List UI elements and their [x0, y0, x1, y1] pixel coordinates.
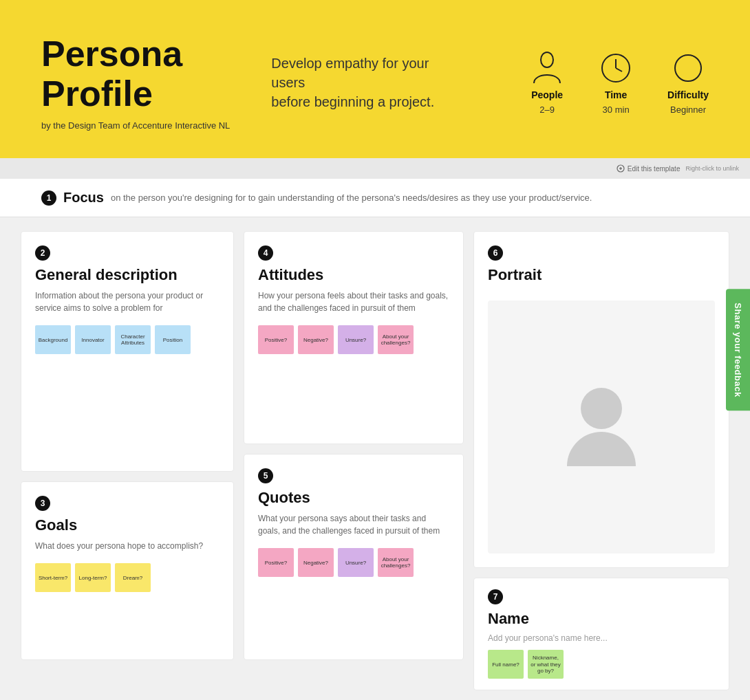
- left-column: 2 General description Information about …: [21, 231, 234, 690]
- goals-title: Goals: [35, 516, 219, 534]
- quotes-card: 5 Quotes What your persona says about th…: [244, 454, 464, 660]
- main-content: 2 General description Information about …: [0, 217, 750, 700]
- sticky-fullname[interactable]: Full name?: [488, 650, 524, 679]
- sticky-unsure-att[interactable]: Unsure?: [338, 325, 374, 354]
- right-column: 6 Portrait 7 Name Add your persona's nam…: [473, 231, 729, 690]
- section-number-2: 2: [35, 245, 50, 261]
- name-card: 7 Name Add your persona's name here... F…: [473, 578, 729, 690]
- sticky-negative-att[interactable]: Negative?: [298, 325, 334, 354]
- attitudes-card: 4 Attitudes How your persona feels about…: [244, 231, 464, 444]
- section-number-4: 4: [258, 245, 273, 261]
- sticky-innovator[interactable]: Innovator: [75, 325, 111, 354]
- sticky-negative-quo[interactable]: Negative?: [298, 548, 334, 577]
- section-number-7: 7: [488, 589, 503, 604]
- stat-people: People 2–9: [530, 51, 564, 115]
- feedback-button[interactable]: Share your feedback: [726, 289, 750, 411]
- sticky-positive-att[interactable]: Positive?: [258, 325, 294, 354]
- sticky-character[interactable]: Character Attributes: [115, 325, 151, 354]
- general-description-card: 2 General description Information about …: [21, 231, 234, 472]
- quotes-title: Quotes: [258, 489, 449, 507]
- attitudes-title: Attitudes: [258, 266, 449, 284]
- page-title: Persona Profile: [41, 34, 230, 113]
- quotes-desc: What your persona says about their tasks…: [258, 512, 449, 537]
- svg-point-0: [541, 52, 553, 67]
- avatar-head: [581, 388, 622, 429]
- edit-sub: Right-click to unlink: [685, 165, 739, 172]
- stat-time: Time 30 min: [599, 51, 633, 115]
- portrait-card: 6 Portrait: [473, 231, 729, 568]
- attitudes-stickies: Positive? Negative? Unsure? About your c…: [258, 325, 449, 354]
- svg-point-4: [675, 55, 701, 81]
- quotes-stickies: Positive? Negative? Unsure? About your c…: [258, 548, 449, 577]
- sticky-challenges-att[interactable]: About your challenges?: [378, 325, 414, 354]
- attitudes-desc: How your persona feels about their tasks…: [258, 289, 449, 314]
- edit-label: Edit this template: [628, 165, 681, 173]
- name-placeholder: Add your persona's name here...: [488, 633, 715, 643]
- header-subtitle: by the Design Team of Accenture Interact…: [41, 120, 230, 131]
- header-description: Develop empathy for your users before be…: [271, 54, 450, 111]
- sticky-unsure-quo[interactable]: Unsure?: [338, 548, 374, 577]
- section-number-6: 6: [488, 245, 503, 261]
- header-stats: People 2–9 Time 30 min Difficulty: [530, 51, 709, 115]
- section-number-5: 5: [258, 468, 273, 483]
- sticky-nickname[interactable]: Nickname, or what they go by?: [528, 650, 564, 679]
- people-icon: [530, 51, 564, 85]
- sticky-position[interactable]: Position: [155, 325, 191, 354]
- general-title: General description: [35, 266, 219, 284]
- portrait-area: [488, 300, 715, 554]
- portrait-title: Portrait: [488, 266, 715, 284]
- focus-title: Focus: [63, 190, 104, 206]
- focus-number: 1: [41, 190, 56, 206]
- top-bar: Edit this template Right-click to unlink: [0, 158, 750, 179]
- goals-card: 3 Goals What does your persona hope to a…: [21, 481, 234, 660]
- name-title: Name: [488, 610, 715, 628]
- middle-column: 4 Attitudes How your persona feels about…: [244, 231, 464, 690]
- difficulty-icon: [671, 51, 705, 85]
- name-stickies: Full name? Nickname, or what they go by?: [488, 650, 715, 679]
- header-left: Persona Profile by the Design Team of Ac…: [41, 34, 230, 130]
- stat-difficulty: Difficulty Beginner: [667, 51, 709, 115]
- edit-template-link[interactable]: Edit this template Right-click to unlink: [617, 164, 739, 173]
- sticky-shortterm[interactable]: Short-term?: [35, 563, 71, 592]
- svg-line-3: [616, 68, 622, 72]
- avatar-placeholder: [567, 388, 636, 466]
- focus-section: 1 Focus on the person you're designing f…: [0, 179, 750, 217]
- section-number-3: 3: [35, 496, 50, 511]
- avatar-body: [567, 432, 636, 466]
- goals-desc: What does your persona hope to accomplis…: [35, 540, 219, 552]
- sticky-challenges-quo[interactable]: About your challenges?: [378, 548, 414, 577]
- focus-description: on the person you're designing for to ga…: [111, 193, 592, 203]
- general-stickies: Background Innovator Character Attribute…: [35, 325, 219, 354]
- goals-stickies: Short-term? Long-term? Dream?: [35, 563, 219, 592]
- sticky-dream[interactable]: Dream?: [115, 563, 151, 592]
- header: Persona Profile by the Design Team of Ac…: [0, 0, 750, 158]
- sticky-background[interactable]: Background: [35, 325, 71, 354]
- sticky-longterm[interactable]: Long-term?: [75, 563, 111, 592]
- clock-icon: [599, 51, 633, 85]
- sticky-positive-quo[interactable]: Positive?: [258, 548, 294, 577]
- general-desc: Information about the persona your produ…: [35, 289, 219, 314]
